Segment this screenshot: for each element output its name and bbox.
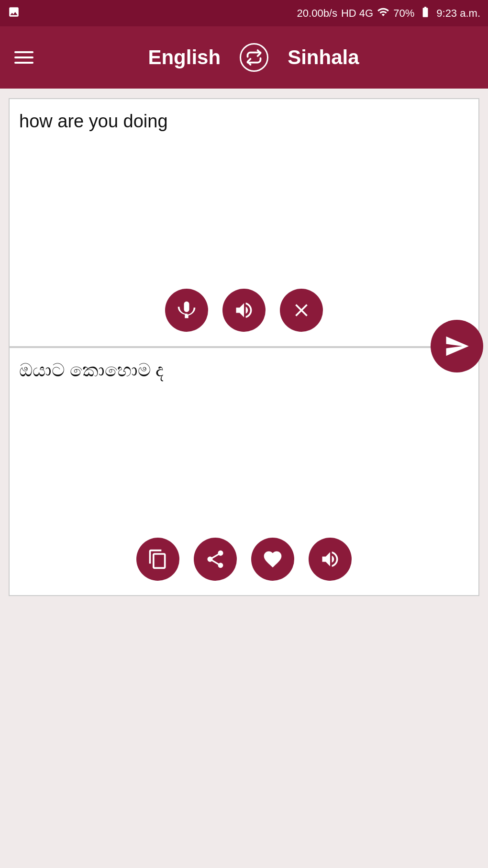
share-button[interactable]: [194, 538, 237, 581]
toolbar: English Sinhala: [0, 26, 488, 89]
microphone-button[interactable]: [165, 289, 208, 332]
network-speed: 20.00b/s: [297, 7, 337, 20]
swap-languages-button[interactable]: [240, 43, 268, 72]
photo-icon: [8, 6, 20, 21]
signal-icon: [377, 6, 389, 21]
network-type: HD 4G: [341, 7, 373, 20]
source-language[interactable]: English: [148, 46, 221, 69]
favorite-button[interactable]: [251, 538, 294, 581]
input-panel: how are you doing: [9, 98, 479, 347]
speaker-button[interactable]: [222, 289, 266, 332]
status-bar: 20.00b/s HD 4G 70% 9:23 a.m.: [0, 0, 488, 26]
output-text: ඔයාට කොහොම ද: [19, 358, 469, 528]
copy-button[interactable]: [136, 538, 179, 581]
clear-button[interactable]: [280, 289, 323, 332]
input-action-buttons: [19, 279, 469, 337]
battery-level: 70%: [393, 7, 414, 20]
main-content: how are you doing: [0, 89, 488, 868]
input-text[interactable]: how are you doing: [19, 109, 469, 279]
time-display: 9:23 a.m.: [436, 7, 480, 20]
target-language[interactable]: Sinhala: [288, 46, 359, 69]
send-translate-button[interactable]: [431, 320, 483, 372]
output-panel: ඔයාට කොහොම ද: [9, 347, 479, 596]
output-speaker-button[interactable]: [309, 538, 352, 581]
battery-icon: [418, 6, 433, 21]
menu-button[interactable]: [14, 51, 33, 64]
output-action-buttons: [19, 528, 469, 586]
